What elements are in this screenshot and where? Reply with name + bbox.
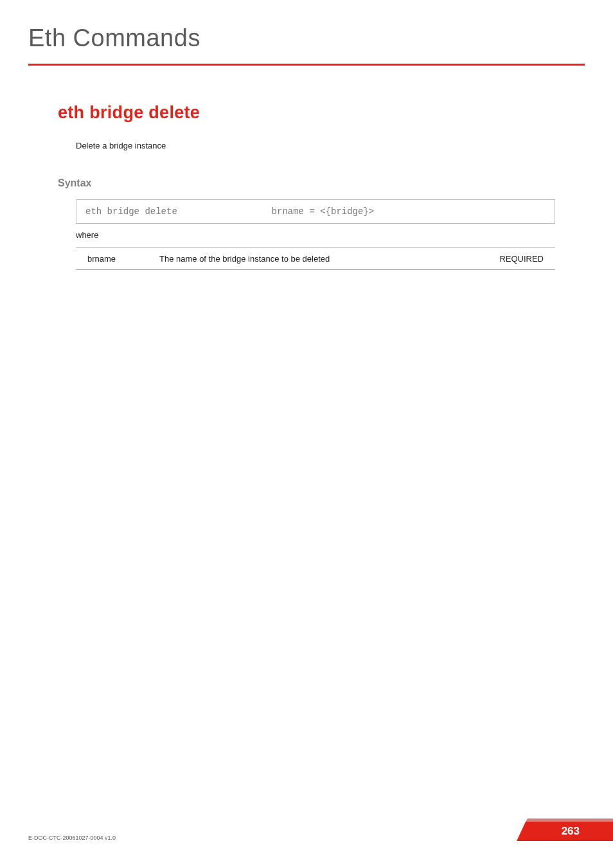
syntax-command: eth bridge delete [85,206,177,217]
param-row: brname The name of the bridge instance t… [76,248,555,270]
title-rule [28,64,585,66]
doc-reference: E-DOC-CTC-20061027-0004 v1.0 [28,835,116,841]
section-heading: eth bridge delete [58,103,613,123]
where-label: where [76,230,613,240]
page-number: 263 [562,825,580,838]
page-number-flag: 263 [517,822,613,841]
param-name: brname [76,254,159,264]
section-description: Delete a bridge instance [76,141,613,150]
param-table: brname The name of the bridge instance t… [76,248,555,270]
param-required: REQUIRED [484,254,555,264]
syntax-box: eth bridge delete brname = <{bridge}> [76,199,555,224]
param-description: The name of the bridge instance to be de… [159,254,484,264]
syntax-label: Syntax [58,177,613,189]
flag-shadow [517,818,613,822]
footer: E-DOC-CTC-20061027-0004 v1.0 263 [28,822,613,841]
page-title: Eth Commands [0,0,613,52]
syntax-args: brname = <{bridge}> [177,206,546,217]
